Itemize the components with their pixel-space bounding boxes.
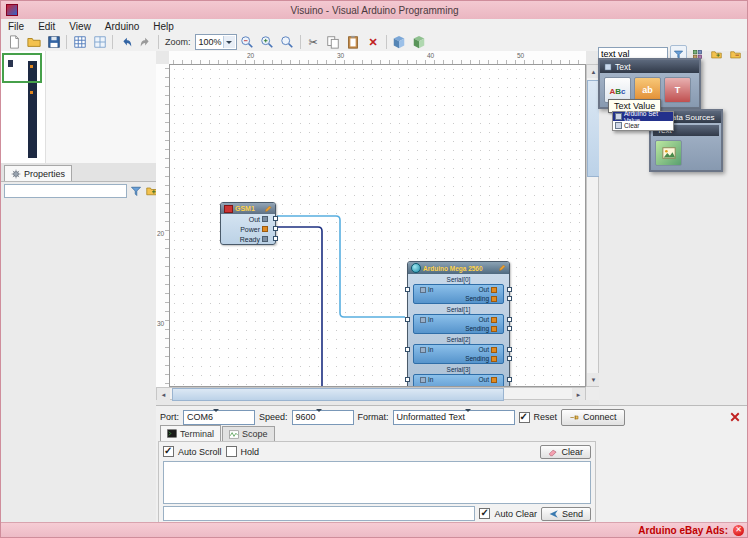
format-select[interactable]: Unformatted Text	[393, 410, 515, 425]
grid-toggle-icon[interactable]	[70, 33, 89, 51]
gsm1-pin-power-row: Power	[221, 224, 275, 234]
zoom-out-icon[interactable]	[238, 33, 257, 51]
filter-icon[interactable]	[129, 182, 143, 200]
wire-gsm-out-to-serial1-in[interactable]	[277, 216, 405, 317]
terminal-output[interactable]	[163, 461, 591, 504]
component-arduino-mega-2560[interactable]: Arduino Mega 2560 Serial[0] In Out	[407, 261, 510, 387]
arduino-header[interactable]: Arduino Mega 2560	[408, 262, 509, 274]
palette-text-titlebar[interactable]: Text	[600, 60, 699, 73]
pin-serial2-out[interactable]	[507, 347, 512, 352]
pin-label: Sending	[465, 355, 489, 362]
redo-icon[interactable]	[136, 33, 155, 51]
zoom-fit-icon[interactable]	[278, 33, 297, 51]
menu-help[interactable]: Help	[146, 21, 181, 32]
serial2-label: Serial[2]	[408, 334, 509, 344]
snap-grid-icon[interactable]	[90, 33, 109, 51]
upload-icon[interactable]	[410, 33, 429, 51]
pin-serial0-out[interactable]	[507, 287, 512, 292]
component-gsm1[interactable]: GSM1 Out Power Ready	[220, 202, 276, 245]
serial2-block[interactable]: In Out Sending	[413, 344, 504, 364]
pin-serial1-in[interactable]	[405, 317, 410, 322]
auto-scroll-checkbox[interactable]	[163, 446, 174, 457]
hold-checkbox[interactable]	[226, 446, 237, 457]
pin-modifier-icon[interactable]	[491, 377, 497, 383]
expand-all-icon[interactable]	[708, 45, 725, 63]
tab-properties[interactable]: Properties	[4, 165, 72, 181]
gsm1-header[interactable]: GSM1	[221, 203, 275, 214]
cut-icon[interactable]: ✂	[304, 33, 323, 51]
connect-button[interactable]: Connect	[561, 409, 625, 426]
design-canvas[interactable]: GSM1 Out Power Ready	[169, 64, 586, 387]
pin-modifier-icon[interactable]	[491, 356, 497, 362]
send-button[interactable]: Send	[541, 507, 591, 521]
pin-modifier-icon[interactable]	[491, 326, 497, 332]
disconnect-icon[interactable]	[727, 408, 743, 426]
tab-terminal[interactable]: Terminal	[160, 425, 221, 441]
auto-clear-checkbox[interactable]	[479, 508, 490, 519]
menu-edit[interactable]: Edit	[31, 21, 62, 32]
pin-gsm-out[interactable]	[273, 216, 278, 221]
delete-icon[interactable]: ✕	[364, 33, 383, 51]
speed-select[interactable]: 9600	[292, 410, 354, 425]
ruler-corner	[156, 51, 170, 65]
menu-arduino[interactable]: Arduino	[98, 21, 146, 32]
design-overview-map[interactable]	[1, 51, 156, 164]
menu-view[interactable]: View	[62, 21, 98, 32]
pin-modifier-icon[interactable]	[491, 347, 497, 353]
menu-item-arduino-set-value[interactable]: Arduino Set Value	[613, 112, 673, 121]
pin-serial1-sending[interactable]	[507, 326, 512, 331]
text-component-icon[interactable]: T	[664, 77, 691, 103]
paste-icon[interactable]	[344, 33, 363, 51]
pin-serial2-sending[interactable]	[507, 356, 512, 361]
edit-pencil-icon[interactable]	[498, 264, 506, 272]
format-label: Format:	[358, 412, 389, 422]
serial1-block[interactable]: In Out Sending	[413, 314, 504, 334]
scroll-left-icon[interactable]: ◄	[157, 388, 170, 401]
collapse-all-icon[interactable]	[727, 45, 744, 63]
ads-close-icon[interactable]: ✕	[733, 525, 744, 536]
zoom-select[interactable]: 100%	[195, 34, 237, 50]
menu-file[interactable]: File	[1, 21, 31, 32]
pin-serial1-out[interactable]	[507, 317, 512, 322]
pin-serial0-in[interactable]	[405, 287, 410, 292]
reset-label: Reset	[534, 412, 558, 422]
pin-modifier-icon[interactable]	[491, 296, 497, 302]
serial0-block[interactable]: In Out Sending	[413, 284, 504, 304]
pin-serial0-sending[interactable]	[507, 296, 512, 301]
minimap[interactable]	[1, 51, 46, 163]
zoom-in-icon[interactable]	[258, 33, 277, 51]
reset-checkbox[interactable]	[519, 412, 530, 423]
pin-modifier-icon[interactable]	[262, 226, 268, 232]
compile-icon[interactable]	[390, 33, 409, 51]
horizontal-scrollbar[interactable]: ◄ ►	[156, 387, 586, 400]
undo-icon[interactable]	[116, 33, 135, 51]
open-file-icon[interactable]	[24, 33, 43, 51]
pin-serial3-in[interactable]	[405, 377, 410, 382]
pin-gsm-power[interactable]	[273, 226, 278, 231]
copy-icon[interactable]	[324, 33, 343, 51]
pin-serial2-in[interactable]	[405, 347, 410, 352]
pin-serial3-out[interactable]	[507, 377, 512, 382]
minimap-viewport-rect[interactable]	[2, 53, 42, 83]
tab-scope[interactable]: Scope	[222, 426, 275, 441]
clear-button[interactable]: Clear	[540, 445, 591, 459]
pin-label: Power	[240, 226, 260, 233]
send-input[interactable]	[163, 506, 475, 521]
scroll-right-icon[interactable]: ►	[572, 388, 585, 401]
pin-modifier-icon[interactable]	[491, 317, 497, 323]
save-icon[interactable]	[44, 33, 63, 51]
new-file-icon[interactable]	[4, 33, 23, 51]
title-bar[interactable]: Visuino - Visual Arduino Programming	[1, 1, 747, 19]
edit-pencil-icon[interactable]	[264, 205, 272, 213]
wire-gsm-power[interactable]	[277, 227, 322, 387]
serial1-label: Serial[1]	[408, 304, 509, 314]
pin-label: Out	[479, 316, 489, 323]
horizontal-scroll-thumb[interactable]	[172, 388, 504, 401]
port-select[interactable]: COM6	[183, 410, 255, 425]
properties-search-input[interactable]	[4, 184, 127, 198]
serial3-block[interactable]: In Out Sending	[413, 374, 504, 387]
pin-gsm-ready[interactable]	[273, 236, 278, 241]
vertical-scrollbar[interactable]: ▲ ▼	[586, 64, 599, 387]
pin-modifier-icon[interactable]	[491, 287, 497, 293]
data-source-component-icon[interactable]	[655, 140, 682, 166]
